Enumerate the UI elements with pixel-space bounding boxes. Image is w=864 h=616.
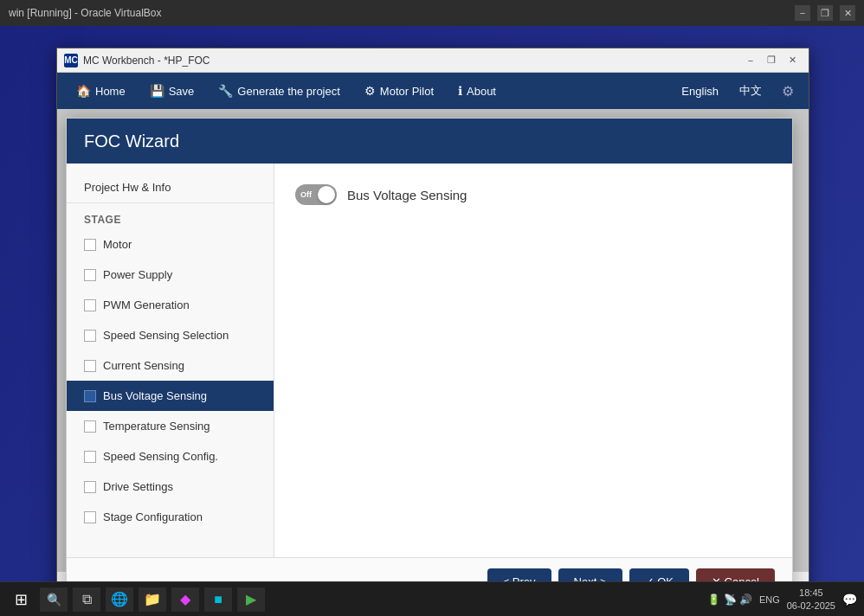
taskbar-task-view[interactable]: ⧉	[73, 587, 100, 612]
lang-chinese-button[interactable]: 中文	[732, 80, 769, 102]
current-sensing-checkbox[interactable]	[84, 360, 96, 372]
taskbar-date-value: 06-02-2025	[787, 600, 835, 612]
os-taskbar: ⊞ 🔍 ⧉ 🌐 📁 ◆ ■ ▶ 🔋 📡 🔊 ENG 18:45 06-02-20…	[0, 581, 864, 616]
sidebar-item-current-sensing[interactable]: Current Sensing	[67, 350, 274, 381]
os-close-button[interactable]: ✕	[840, 5, 855, 21]
save-icon: 💾	[150, 84, 164, 98]
menu-language: English 中文 ⚙	[674, 79, 800, 103]
drive-settings-checkbox[interactable]	[84, 481, 96, 493]
sidebar-item-speed-sensing-selection[interactable]: Speed Sensing Selection	[67, 320, 274, 350]
sidebar-item-power-supply[interactable]: Power Supply	[67, 260, 274, 290]
sidebar-item-stage-configuration[interactable]: Stage Configuration	[67, 502, 274, 532]
bus-voltage-toggle-row: Off Bus Voltage Sensing	[295, 184, 771, 205]
bus-voltage-label: Bus Voltage Sensing	[347, 188, 467, 202]
foc-header: FOC Wizard	[67, 119, 792, 164]
taskbar-start-button[interactable]: ⊞	[7, 586, 35, 613]
foc-sidebar: Project Hw & Info Stage Motor Power Supp…	[67, 164, 274, 557]
taskbar-lang: ENG	[759, 594, 780, 605]
stage-configuration-checkbox[interactable]	[84, 511, 96, 523]
temperature-sensing-checkbox[interactable]	[84, 420, 96, 433]
app-restore-button[interactable]: ❐	[762, 53, 781, 68]
app-title: MC Workbench - *HP_FOC	[83, 55, 736, 67]
taskbar-app2-icon[interactable]: ■	[204, 587, 232, 612]
app-titlebar-controls: − ❐ ✕	[741, 53, 802, 68]
taskbar-terminal-icon[interactable]: ▶	[237, 587, 265, 612]
foc-main-content: Off Bus Voltage Sensing	[274, 164, 792, 557]
speed-sensing-selection-checkbox[interactable]	[84, 330, 96, 342]
modal-overlay: P FOC Wizard Project Hw & Info Stage Mot…	[57, 109, 809, 571]
notification-icon[interactable]: 💬	[842, 593, 857, 606]
app-icon: MC	[64, 54, 78, 67]
foc-title: FOC Wizard	[84, 132, 179, 151]
os-restore-button[interactable]: ❐	[817, 5, 833, 21]
menu-motor-pilot-label: Motor Pilot	[380, 85, 434, 98]
taskbar-edge-icon[interactable]: 🌐	[106, 587, 133, 612]
sidebar-item-project-hw-info[interactable]: Project Hw & Info	[67, 172, 274, 203]
app-minimize-button[interactable]: −	[741, 53, 760, 68]
sidebar-item-motor[interactable]: Motor	[67, 229, 274, 260]
menu-generate-label: Generate the project	[237, 85, 340, 98]
sidebar-stage-label: Stage	[67, 207, 274, 229]
menu-save-label: Save	[169, 85, 195, 98]
home-icon: 🏠	[76, 84, 91, 98]
taskbar-clock: 18:45 06-02-2025	[787, 587, 835, 612]
taskbar-folder-icon[interactable]: 📁	[139, 587, 166, 612]
taskbar-app1-icon[interactable]: ◆	[171, 587, 199, 612]
taskbar-tray: 🔋 📡 🔊 ENG 18:45 06-02-2025 💬	[707, 587, 857, 612]
taskbar-time-value: 18:45	[787, 587, 835, 599]
os-titlebar-controls: − ❐ ✕	[795, 5, 855, 21]
sidebar-item-bus-voltage-sensing[interactable]: Bus Voltage Sensing	[67, 381, 274, 411]
pwm-generation-checkbox[interactable]	[84, 299, 96, 311]
generate-icon: 🔧	[218, 84, 233, 98]
os-titlebar-text: win [Running] - Oracle VirtualBox	[9, 7, 162, 19]
os-titlebar: win [Running] - Oracle VirtualBox − ❐ ✕	[0, 0, 864, 26]
menu-home[interactable]: 🏠 Home	[66, 79, 136, 103]
sidebar-item-speed-sensing-config[interactable]: Speed Sensing Config.	[67, 441, 274, 472]
bus-voltage-sensing-checkbox[interactable]	[84, 390, 96, 402]
settings-icon[interactable]: ⚙	[776, 79, 800, 103]
menu-generate[interactable]: 🔧 Generate the project	[208, 79, 351, 103]
bus-voltage-toggle[interactable]: Off	[295, 184, 337, 205]
app-menubar: 🏠 Home 💾 Save 🔧 Generate the project ⚙ M…	[57, 73, 809, 109]
sidebar-item-pwm-generation[interactable]: PWM Generation	[67, 290, 274, 320]
menu-save[interactable]: 💾 Save	[139, 79, 205, 103]
foc-wizard-modal: FOC Wizard Project Hw & Info Stage Motor	[66, 118, 793, 606]
app-titlebar: MC MC Workbench - *HP_FOC − ❐ ✕	[57, 48, 809, 73]
power-supply-checkbox[interactable]	[84, 269, 96, 281]
motor-checkbox[interactable]	[84, 239, 96, 251]
tray-icons: 🔋 📡 🔊	[707, 594, 752, 606]
lang-english-button[interactable]: English	[674, 81, 725, 101]
sidebar-item-drive-settings[interactable]: Drive Settings	[67, 472, 274, 502]
toggle-off-label: Off	[300, 190, 312, 199]
app-close-button[interactable]: ✕	[783, 53, 802, 68]
app-window: MC MC Workbench - *HP_FOC − ❐ ✕ 🏠 Home 💾…	[56, 48, 809, 593]
menu-about-label: About	[467, 85, 496, 98]
taskbar-search-button[interactable]: 🔍	[40, 587, 68, 612]
toggle-knob	[318, 186, 335, 203]
foc-body: Project Hw & Info Stage Motor Power Supp…	[67, 164, 792, 557]
menu-home-label: Home	[95, 85, 126, 98]
os-minimize-button[interactable]: −	[795, 5, 810, 21]
info-icon: ℹ	[458, 84, 462, 98]
menu-about[interactable]: ℹ About	[448, 79, 506, 103]
speed-sensing-config-checkbox[interactable]	[84, 451, 96, 463]
menu-motor-pilot[interactable]: ⚙ Motor Pilot	[354, 79, 444, 103]
motor-icon: ⚙	[364, 84, 376, 98]
sidebar-item-temperature-sensing[interactable]: Temperature Sensing	[67, 411, 274, 441]
